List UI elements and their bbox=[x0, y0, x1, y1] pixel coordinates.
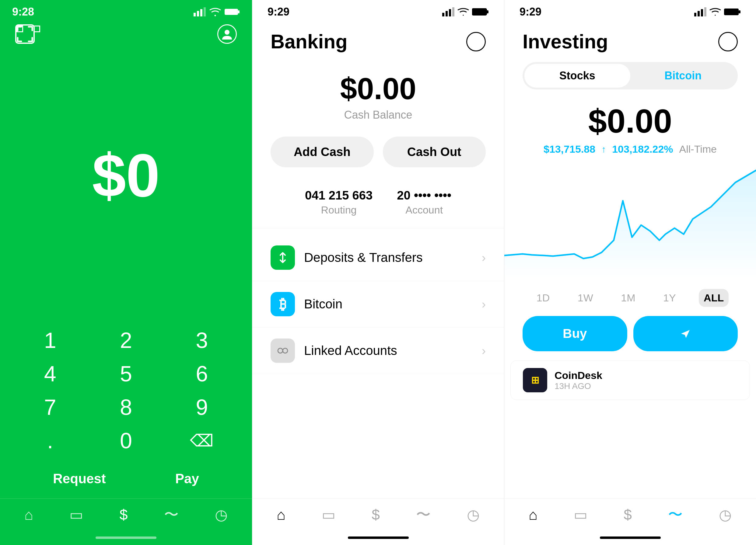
bnav-dollar-icon-3[interactable]: $ bbox=[624, 506, 632, 523]
key-1[interactable]: 1 bbox=[17, 325, 84, 355]
status-icons-3 bbox=[694, 7, 741, 16]
bnav-chart-icon-3[interactable]: 〜 bbox=[668, 505, 683, 524]
key-6[interactable]: 6 bbox=[168, 358, 235, 389]
banking-title: Banking bbox=[271, 30, 347, 53]
nav-history-icon[interactable]: ◷ bbox=[215, 506, 228, 523]
nav-dollar-icon[interactable]: $ bbox=[120, 506, 128, 523]
banking-balance-section: $0.00 Cash Balance bbox=[252, 59, 504, 128]
battery-icon bbox=[225, 8, 240, 16]
battery-icon-2 bbox=[472, 8, 489, 16]
bitcoin-chevron: › bbox=[482, 297, 486, 311]
bitcoin-item[interactable]: ₿ Bitcoin › bbox=[252, 281, 504, 327]
stat-arrow: ↑ bbox=[601, 144, 606, 155]
svg-point-14 bbox=[278, 348, 283, 353]
bnav-home-icon[interactable]: ⌂ bbox=[277, 506, 285, 523]
pay-button[interactable]: Pay bbox=[175, 471, 199, 486]
menu-list: Deposits & Transfers › ₿ Bitcoin › Linke… bbox=[252, 229, 504, 498]
coindesk-info: CoinDesk 13H AGO bbox=[555, 369, 737, 391]
signal-icon-2 bbox=[442, 7, 454, 16]
bnav-history-icon-3[interactable]: ◷ bbox=[719, 506, 732, 523]
bnav-dollar-icon[interactable]: $ bbox=[372, 506, 380, 523]
nav-home-icon[interactable]: ⌂ bbox=[24, 506, 33, 523]
bnav-home-icon-3[interactable]: ⌂ bbox=[529, 506, 537, 523]
investing-stats: $13,715.88 ↑ 103,182.22% All-Time bbox=[504, 143, 756, 155]
svg-rect-1 bbox=[197, 11, 199, 16]
routing-label: Routing bbox=[305, 204, 373, 216]
signal-icon-3 bbox=[694, 7, 706, 16]
tab-stocks[interactable]: Stocks bbox=[524, 64, 630, 88]
main-dollar-amount: $0 bbox=[92, 145, 160, 206]
wifi-icon-2 bbox=[457, 7, 469, 16]
nav-chart-icon[interactable]: 〜 bbox=[164, 505, 179, 524]
numpad-row-2: 4 5 6 bbox=[12, 358, 240, 389]
linked-accounts-item[interactable]: Linked Accounts › bbox=[252, 327, 504, 374]
routing-number: 041 215 663 bbox=[305, 189, 373, 202]
scan-icon[interactable] bbox=[15, 24, 35, 44]
bnav-card-icon[interactable]: ▭ bbox=[322, 506, 335, 523]
add-cash-button[interactable]: Add Cash bbox=[271, 137, 374, 167]
battery-icon-3 bbox=[724, 8, 741, 16]
stat-pct: 103,182.22% bbox=[612, 143, 673, 155]
svg-rect-16 bbox=[694, 13, 696, 16]
svg-rect-20 bbox=[724, 9, 739, 15]
panel-investing: 9:29 Investing bbox=[504, 0, 756, 545]
deposits-icon bbox=[271, 246, 295, 270]
key-2[interactable]: 2 bbox=[93, 325, 159, 355]
news-item-coindesk[interactable]: ⊞ CoinDesk 13H AGO bbox=[510, 360, 750, 400]
bitcoin-icon: ₿ bbox=[271, 292, 295, 316]
banking-balance-label: Cash Balance bbox=[252, 109, 504, 121]
panel-banking: 9:29 Banking bbox=[252, 0, 504, 545]
signal-icon bbox=[194, 7, 206, 16]
svg-rect-17 bbox=[698, 11, 700, 16]
cash-out-button[interactable]: Cash Out bbox=[383, 137, 486, 167]
key-7[interactable]: 7 bbox=[17, 392, 84, 422]
svg-rect-21 bbox=[739, 10, 740, 13]
bottom-nav-1: ⌂ ▭ $ 〜 ◷ bbox=[0, 498, 252, 533]
time-all[interactable]: ALL bbox=[699, 289, 729, 307]
bnav-card-icon-3[interactable]: ▭ bbox=[574, 506, 587, 523]
investing-title: Investing bbox=[523, 30, 608, 53]
banking-header: Banking bbox=[252, 21, 504, 59]
send-button[interactable] bbox=[633, 316, 738, 351]
wifi-icon-3 bbox=[709, 7, 721, 16]
coindesk-logo: ⊞ bbox=[523, 368, 547, 392]
bnav-chart-icon[interactable]: 〜 bbox=[416, 505, 431, 524]
time-1m[interactable]: 1M bbox=[616, 289, 640, 307]
numpad: 1 2 3 4 5 6 7 8 9 . 0 ⌫ bbox=[0, 325, 252, 465]
time-selector: 1D 1W 1M 1Y ALL bbox=[504, 286, 756, 313]
investing-amount: $0.00 bbox=[504, 102, 756, 140]
key-3[interactable]: 3 bbox=[168, 325, 235, 355]
svg-rect-11 bbox=[472, 9, 487, 15]
main-amount-section: $0 bbox=[0, 26, 252, 325]
wifi-icon bbox=[209, 7, 221, 16]
time-1y[interactable]: 1Y bbox=[658, 289, 681, 307]
invest-action-buttons: Buy bbox=[504, 313, 756, 357]
investing-profile-icon[interactable] bbox=[718, 32, 738, 51]
key-5[interactable]: 5 bbox=[93, 358, 159, 389]
request-button[interactable]: Request bbox=[53, 471, 106, 486]
deposits-transfers-item[interactable]: Deposits & Transfers › bbox=[252, 235, 504, 281]
bitcoin-label: Bitcoin bbox=[304, 297, 482, 311]
buy-button[interactable]: Buy bbox=[523, 316, 627, 351]
key-dot[interactable]: . bbox=[17, 425, 84, 456]
key-backspace[interactable]: ⌫ bbox=[168, 425, 235, 456]
time-1d[interactable]: 1D bbox=[532, 289, 555, 307]
bottom-nav-3: ⌂ ▭ $ 〜 ◷ bbox=[504, 498, 756, 533]
time-1w[interactable]: 1W bbox=[573, 289, 598, 307]
deposits-transfers-label: Deposits & Transfers bbox=[304, 250, 482, 265]
key-4[interactable]: 4 bbox=[17, 358, 84, 389]
panel-cash-app: 9:28 bbox=[0, 0, 252, 545]
bnav-history-icon[interactable]: ◷ bbox=[467, 506, 480, 523]
status-bar-3: 9:29 bbox=[504, 0, 756, 21]
banking-profile-icon[interactable] bbox=[466, 32, 486, 51]
key-9[interactable]: 9 bbox=[168, 392, 235, 422]
status-icons-2 bbox=[442, 7, 489, 16]
key-0[interactable]: 0 bbox=[93, 425, 159, 456]
nav-card-icon[interactable]: ▭ bbox=[69, 506, 83, 523]
numpad-row-1: 1 2 3 bbox=[12, 325, 240, 355]
tab-bitcoin[interactable]: Bitcoin bbox=[630, 64, 736, 88]
investing-header: Investing bbox=[504, 21, 756, 59]
coindesk-source: CoinDesk bbox=[555, 369, 737, 381]
key-8[interactable]: 8 bbox=[93, 392, 159, 422]
numpad-row-3: 7 8 9 bbox=[12, 392, 240, 422]
